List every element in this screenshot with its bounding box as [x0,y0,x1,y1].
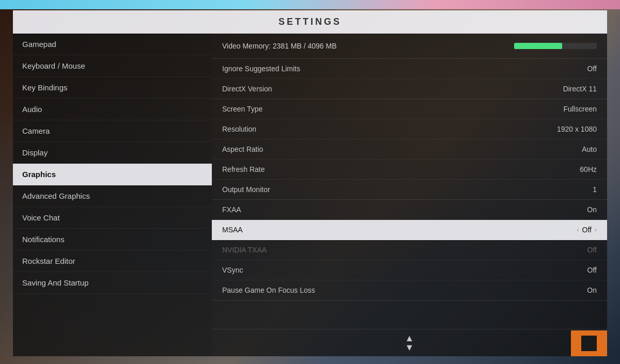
setting-row-output-monitor[interactable]: Output Monitor1 [212,180,607,199]
setting-value-container-refresh-rate: 60Hz [580,165,597,173]
vram-label: Video Memory: 2381 MB / 4096 MB [222,42,337,50]
title-bar: SETTINGS [13,10,607,34]
vram-bar-container [514,43,597,49]
setting-label-msaa: MSAA [222,226,243,234]
setting-row-nvidia-txaa[interactable]: NVIDIA TXAAOff [212,240,607,260]
vram-row: Video Memory: 2381 MB / 4096 MB [222,42,597,50]
sidebar-item-advanced-graphics[interactable]: Advanced Graphics [13,185,212,207]
setting-value-aspect-ratio: Auto [582,145,597,153]
left-arrow-msaa[interactable]: ‹ [577,226,579,233]
setting-row-ignore-suggested[interactable]: Ignore Suggested LimitsOff [212,59,607,79]
scroll-up-arrow[interactable]: ▲ [405,334,414,343]
setting-label-nvidia-txaa: NVIDIA TXAA [222,246,267,254]
display-settings-section: Screen TypeFullscreenResolution1920 x 10… [212,99,607,200]
scroll-arrows[interactable]: ▲ ▼ [212,329,607,356]
setting-value-container-nvidia-txaa: Off [587,246,597,254]
setting-value-ignore-suggested: Off [587,65,597,73]
setting-label-refresh-rate: Refresh Rate [222,165,265,173]
top-settings-section: Ignore Suggested LimitsOffDirectX Versio… [212,59,607,99]
setting-label-resolution: Resolution [222,125,256,133]
setting-label-aspect-ratio: Aspect Ratio [222,145,263,153]
sidebar-item-audio[interactable]: Audio [13,99,212,120]
orange-box-inner [581,336,597,351]
vram-bar-fill [514,43,562,49]
content-panel: Video Memory: 2381 MB / 4096 MB Ignore S… [212,34,607,356]
top-color-strip [0,0,620,9]
right-arrow-msaa[interactable]: › [595,226,597,233]
settings-title: SETTINGS [278,17,342,27]
setting-label-vsync: VSync [222,266,243,274]
setting-row-refresh-rate[interactable]: Refresh Rate60Hz [212,160,607,180]
setting-row-msaa[interactable]: MSAA‹Off› [212,220,607,240]
setting-value-container-output-monitor: 1 [593,185,597,194]
setting-row-directx-version[interactable]: DirectX VersionDirectX 11 [212,79,607,99]
vram-section: Video Memory: 2381 MB / 4096 MB [212,34,607,59]
setting-value-container-msaa: ‹Off› [577,226,597,234]
setting-label-pause-game: Pause Game On Focus Loss [222,286,315,294]
orange-box [571,330,607,356]
sidebar-item-notifications[interactable]: Notifications [13,229,212,250]
setting-value-nvidia-txaa: Off [587,246,597,254]
setting-value-screen-type: Fullscreen [563,105,597,113]
setting-value-container-aspect-ratio: Auto [582,145,597,153]
setting-value-vsync: Off [587,266,597,274]
setting-value-fxaa: On [587,205,597,214]
setting-value-resolution: 1920 x 1080 [557,125,597,133]
setting-row-aspect-ratio[interactable]: Aspect RatioAuto [212,139,607,160]
setting-value-refresh-rate: 60Hz [580,165,597,173]
sidebar-item-camera[interactable]: Camera [13,120,212,142]
setting-value-container-directx-version: DirectX 11 [563,85,597,93]
setting-row-pause-game[interactable]: Pause Game On Focus LossOn [212,280,607,300]
sidebar-item-keyboard-mouse[interactable]: Keyboard / Mouse [13,55,212,77]
setting-label-directx-version: DirectX Version [222,85,272,93]
antialias-settings-section: FXAAOnMSAA‹Off›NVIDIA TXAAOffVSyncOffPau… [212,200,607,300]
setting-row-vsync[interactable]: VSyncOff [212,260,607,280]
setting-label-fxaa: FXAA [222,205,241,214]
setting-value-msaa: Off [582,226,592,234]
setting-value-container-pause-game: On [587,286,597,294]
setting-row-resolution[interactable]: Resolution1920 x 1080 [212,119,607,139]
sidebar-item-voice-chat[interactable]: Voice Chat [13,207,212,229]
setting-value-container-resolution: 1920 x 1080 [557,125,597,133]
sidebar-item-display[interactable]: Display [13,142,212,164]
setting-label-screen-type: Screen Type [222,105,262,113]
main-container: GamepadKeyboard / MouseKey BindingsAudio… [13,34,607,356]
setting-value-container-screen-type: Fullscreen [563,105,597,113]
scroll-indicator: ▲ ▼ [405,334,414,352]
setting-label-output-monitor: Output Monitor [222,185,270,194]
sidebar-item-rockstar-editor[interactable]: Rockstar Editor [13,250,212,272]
setting-value-directx-version: DirectX 11 [563,85,597,93]
sidebar-item-key-bindings[interactable]: Key Bindings [13,77,212,99]
setting-row-fxaa[interactable]: FXAAOn [212,200,607,220]
setting-value-container-ignore-suggested: Off [587,65,597,73]
setting-label-ignore-suggested: Ignore Suggested Limits [222,65,300,73]
setting-row-screen-type[interactable]: Screen TypeFullscreen [212,99,607,119]
scroll-down-arrow[interactable]: ▼ [405,343,414,352]
sidebar-item-graphics[interactable]: Graphics [13,164,212,185]
setting-value-container-fxaa: On [587,205,597,214]
setting-value-pause-game: On [587,286,597,294]
setting-value-output-monitor: 1 [593,185,597,194]
sidebar-item-gamepad[interactable]: Gamepad [13,34,212,55]
sidebar: GamepadKeyboard / MouseKey BindingsAudio… [13,34,212,356]
sidebar-item-saving-startup[interactable]: Saving And Startup [13,272,212,294]
setting-value-container-vsync: Off [587,266,597,274]
